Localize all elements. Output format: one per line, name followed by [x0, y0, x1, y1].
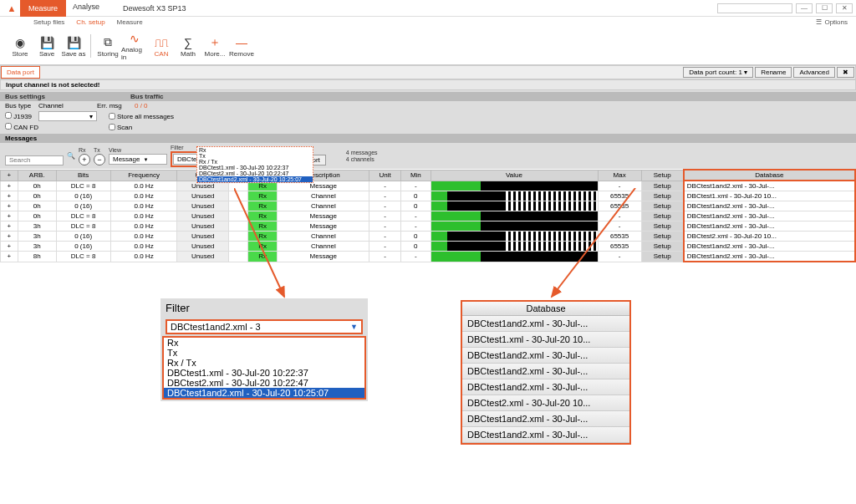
table-row: +3h0 (16)0.0 HzUnusedRxChannel-065535Set… [1, 242, 856, 252]
maximize-button[interactable]: ☐ [816, 3, 833, 13]
rx-label: Rx [79, 147, 90, 153]
filter-zoom-option[interactable]: Tx [164, 348, 364, 358]
save-button[interactable]: 💾Save [33, 35, 60, 58]
filter-zoom-option[interactable]: DBCtest1.xml - 30-Jul-20 10:22:37 [164, 368, 364, 378]
dataport-count[interactable]: Data port count: 1 ▾ [683, 67, 753, 78]
canfd-checkbox[interactable] [5, 123, 12, 130]
menu-setup-files[interactable]: Setup files [33, 18, 64, 26]
col-value[interactable]: Value [431, 170, 598, 181]
col-arb[interactable]: ARB. [18, 170, 56, 181]
freq-cell: 0.0 Hz [110, 221, 177, 232]
setup-button[interactable]: Setup [641, 201, 684, 211]
col-frequency[interactable]: Frequency [110, 170, 177, 181]
col-setup[interactable]: Setup [641, 170, 684, 181]
can-button[interactable]: ⎍⎍CAN [148, 35, 175, 58]
used-toggle[interactable]: Unused [177, 211, 229, 221]
setup-button[interactable]: Setup [641, 191, 684, 201]
freq-cell: 0.0 Hz [110, 232, 177, 242]
remove-button[interactable]: —Remove [228, 35, 255, 58]
database-zoom-row: DBCtest1and2.xml - 30-Jul-... [462, 379, 629, 395]
storeall-checkbox[interactable] [109, 113, 115, 120]
setup-button[interactable]: Setup [641, 221, 684, 232]
more-button[interactable]: ＋More... [201, 35, 228, 58]
rx-add-button[interactable]: + [79, 154, 90, 165]
rename-button[interactable]: Rename [755, 67, 792, 78]
setup-button[interactable]: Setup [641, 242, 684, 252]
wrench-icon[interactable]: ✖ [837, 67, 854, 78]
expand-icon: + [1, 211, 18, 221]
filter-option[interactable]: Rx / Tx [197, 159, 313, 165]
database-zoom-row: DBCtest2.xml - 30-Jul-20 10... [462, 395, 629, 411]
bus-settings: Bus settings Bus traffic Bus type Channe… [0, 90, 856, 134]
search-input[interactable] [5, 155, 64, 165]
setup-button[interactable]: Setup [641, 181, 684, 191]
expand-icon: + [1, 191, 18, 201]
filter-callout-combo[interactable]: DBCtest1and2.xml - 3▼ [166, 319, 363, 334]
filter-option[interactable]: DBCtest1.xml - 30-Jul-20 10:22:37 [197, 165, 313, 171]
filter-option[interactable]: DBCtest2.xml - 30-Jul-20 10:22:47 [197, 171, 313, 176]
menu-measure[interactable]: Measure [117, 18, 143, 26]
unit-cell: - [369, 191, 401, 201]
unit-cell: - [369, 252, 401, 262]
database-cell: DBCtest1and2.xml - 30-Jul-... [684, 242, 855, 252]
dataport-tab[interactable]: Data port [1, 66, 40, 79]
setup-button[interactable]: Setup [641, 211, 684, 221]
mode-tab-measure[interactable]: Measure [20, 0, 66, 17]
j1939-checkbox[interactable] [5, 112, 12, 119]
messages-controls: 🔍 Rx + Tx − View Message▼ Filter DBCtest… [0, 143, 856, 169]
setup-button[interactable]: Setup [641, 252, 684, 262]
store-button[interactable]: ◉Store [7, 35, 33, 58]
bus-settings-header: Bus settings [0, 92, 125, 101]
filter-zoom-option[interactable]: Rx [164, 338, 364, 348]
filter-zoom-option[interactable]: Rx / Tx [164, 358, 364, 368]
col-[interactable]: + [1, 170, 18, 181]
filter-option[interactable]: Tx [197, 153, 313, 159]
math-button[interactable]: ∑Math [175, 35, 201, 58]
minimize-button[interactable]: — [796, 3, 813, 13]
scan-checkbox[interactable] [109, 124, 115, 130]
used-toggle[interactable]: Unused [177, 201, 229, 211]
bits-cell: DLC = 8 [56, 211, 110, 221]
filter-zoom-option[interactable]: DBCtest2.xml - 30-Jul-20 10:22:47 [164, 378, 364, 388]
col-bits[interactable]: Bits [56, 170, 110, 181]
tx-remove-button[interactable]: − [94, 154, 105, 165]
advanced-button[interactable]: Advanced [793, 67, 835, 78]
storing-button[interactable]: ⧉Storing [94, 35, 121, 58]
expand-icon: + [1, 252, 18, 262]
channel-select[interactable]: ▾ [38, 111, 97, 121]
title-search[interactable] [717, 3, 792, 13]
min-cell: - [401, 211, 431, 221]
analogin-button[interactable]: ∿Analog in [121, 31, 148, 61]
view-select[interactable]: Message▼ [109, 154, 167, 165]
filter-zoom-option[interactable]: DBCtest1and2.xml - 30-Jul-20 10:25:07 [164, 388, 364, 398]
table-row: +3h0 (16)0.0 HzUnusedRxChannel-065535Set… [1, 232, 856, 242]
table-row: +8hDLC = 80.0 HzUnusedRxMessage---SetupD… [1, 252, 856, 262]
unit-cell: - [369, 201, 401, 211]
filter-option[interactable]: Rx [197, 147, 313, 153]
unit-cell: - [369, 211, 401, 221]
database-zoom-row: DBCtest1and2.xml - 30-Jul-... [462, 316, 629, 332]
filter-option-selected[interactable]: DBCtest1and2.xml - 30-Jul-20 10:25:07 [197, 176, 313, 182]
used-toggle[interactable]: Unused [177, 221, 229, 232]
col-min[interactable]: Min [401, 170, 431, 181]
scan-label: Scan [117, 124, 132, 131]
mode-tab-analyse[interactable]: Analyse [66, 0, 106, 17]
menu-ch-setup[interactable]: Ch. setup [76, 18, 104, 26]
msg-count: 4 messages [346, 150, 378, 155]
saveas-button[interactable]: 💾Save as [60, 35, 87, 58]
used-toggle[interactable]: Unused [177, 242, 229, 252]
setup-button[interactable]: Setup [641, 232, 684, 242]
options-button[interactable]: ☰Options [816, 18, 848, 26]
table-row: +0h0 (16)0.0 HzUnusedRxChannel-065535Set… [1, 191, 856, 201]
used-toggle[interactable]: Unused [177, 252, 229, 262]
search-icon[interactable]: 🔍 [67, 152, 75, 160]
freq-cell: 0.0 Hz [110, 181, 177, 191]
ch-count: 4 channels [346, 156, 378, 162]
col-database[interactable]: Database [684, 170, 855, 181]
col-unit[interactable]: Unit [369, 170, 401, 181]
close-button[interactable]: ✕ [836, 3, 853, 13]
used-toggle[interactable]: Unused [177, 191, 229, 201]
database-zoom-row: DBCtest1.xml - 30-Jul-20 10... [462, 332, 629, 348]
used-toggle[interactable]: Unused [177, 232, 229, 242]
col-max[interactable]: Max [598, 170, 641, 181]
